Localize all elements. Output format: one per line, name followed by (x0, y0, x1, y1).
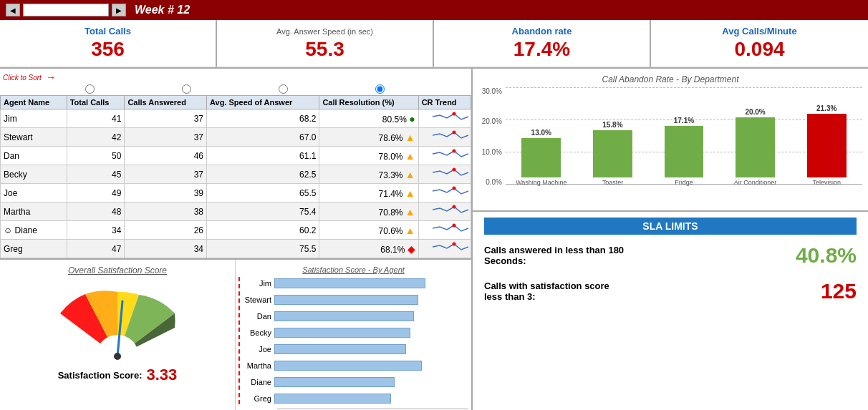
bar-agent-label: Joe (238, 345, 274, 353)
sla-title: SLA LIMITS (484, 218, 857, 235)
abandon-val-label: 20.0% (745, 108, 765, 116)
kpi-answer-speed-value: 55.3 (220, 38, 430, 61)
abandon-bar (736, 117, 775, 177)
radio-row (0, 83, 471, 95)
cell-avg-speed: 62.5 (207, 165, 319, 184)
abandon-bar (807, 114, 847, 177)
abandon-col: 13.0%Washing Machine (506, 87, 577, 186)
svg-point-3 (453, 168, 456, 172)
kpi-abandon-rate-label: Abandon rate (437, 26, 647, 36)
abandon-chart-title: Call Abandon Rate - By Department (478, 74, 862, 84)
sort-radio-2[interactable] (182, 84, 191, 94)
cell-calls-answered: 37 (125, 128, 207, 147)
trend-sparkline (431, 147, 471, 162)
cell-trend (418, 109, 471, 128)
right-panel: Call Abandon Rate - By Department 30.0% … (473, 69, 868, 410)
abandon-x-label: Washing Machine (516, 179, 566, 186)
bar-fill (274, 295, 418, 305)
bar-agent-label: Becky (238, 328, 274, 337)
kpi-total-calls-value: 356 (3, 38, 213, 61)
bar-fill (274, 311, 414, 321)
gauge-title: Overall Satisfaction Score (68, 265, 167, 275)
sort-radio-4[interactable] (375, 84, 385, 94)
gauge-container (46, 281, 189, 360)
abandon-bar (665, 126, 704, 177)
kpi-row: Total Calls 356 Avg. Answer Speed (in se… (0, 20, 868, 69)
abandon-col: 15.8%Toaster (577, 87, 649, 186)
nav-next-button[interactable]: ▶ (112, 4, 126, 16)
bar-fill (274, 361, 422, 371)
trend-sparkline (431, 128, 471, 144)
status-icon: ● (409, 113, 415, 125)
cell-cr: 73.3% ▲ (319, 165, 418, 184)
cell-avg-speed: 61.1 (207, 147, 319, 165)
bar-fill (274, 278, 425, 288)
abandon-bar (521, 138, 561, 177)
cell-cr: 71.4% ▲ (319, 184, 418, 202)
gauge-section: Overall Satisfaction Score (0, 260, 236, 410)
y-label-10: 10.0% (482, 148, 502, 156)
trend-sparkline (431, 184, 471, 200)
bar-fill (274, 344, 406, 354)
app-container: ◀ ▶ Week # 12 Total Calls 356 Avg. Answe… (0, 0, 868, 410)
sort-radio-3[interactable] (279, 84, 288, 94)
bar-track (274, 328, 468, 338)
abandon-val-label: 13.0% (531, 129, 551, 137)
cell-avg-speed: 68.2 (207, 109, 319, 128)
gauge-score-row: Satisfaction Score: 3.33 (58, 366, 178, 384)
cell-agent-name: ☺ Diane (1, 221, 67, 240)
col-agent-name: Agent Name (1, 96, 67, 109)
cell-calls-answered: 26 (125, 221, 207, 240)
bar-track (274, 361, 468, 371)
cell-cr: 70.8% ▲ (319, 202, 418, 221)
satisfaction-bar-chart: Satisfaction Score - By Agent Jim Stewar… (236, 260, 471, 410)
cell-calls-answered: 37 (125, 109, 207, 128)
cell-agent-name: Jim (1, 109, 67, 128)
bar-fill (274, 377, 395, 387)
abandon-x-label: Television (812, 179, 841, 186)
kpi-avg-calls: Avg Calls/Minute 0.094 (651, 20, 868, 67)
cell-calls-answered: 34 (125, 240, 207, 258)
cell-agent-name: Dan (1, 147, 67, 165)
bar-track (274, 295, 468, 305)
sort-radio-1[interactable] (85, 84, 95, 94)
bar-row: Becky (238, 326, 468, 339)
cell-avg-speed: 65.5 (207, 184, 319, 202)
svg-point-2 (453, 150, 456, 153)
trend-sparkline (431, 109, 471, 125)
sla-desc: Calls answered in less than 180 Seconds: (484, 245, 627, 266)
cell-trend (418, 202, 471, 221)
cell-calls-answered: 39 (125, 184, 207, 202)
status-icon: ▲ (405, 187, 415, 199)
col-calls-answered: Calls Answered (125, 96, 207, 109)
bar-chart-rows: Jim Stewart Dan Becky Joe Martha Diane (238, 277, 468, 410)
agent-table: Agent Name Total Calls Calls Answered Av… (0, 95, 471, 258)
main-area: Click to Sort → Agent Name Total Calls (0, 69, 868, 410)
kpi-abandon-rate: Abandon rate 17.4% (434, 20, 651, 67)
bar-row: Greg (238, 392, 468, 405)
cell-trend (418, 147, 471, 165)
cell-total-calls: 47 (67, 240, 125, 258)
status-icon: ▲ (405, 169, 415, 180)
bar-fill (274, 394, 391, 404)
bar-track (274, 344, 468, 354)
cell-trend (418, 184, 471, 202)
week-input[interactable] (23, 4, 109, 16)
nav-prev-button[interactable]: ◀ (6, 4, 20, 16)
col-avg-speed: Avg. Speed of Answer (207, 96, 319, 109)
satisfaction-bar-title: Satisfaction Score - By Agent (238, 265, 468, 274)
cell-avg-speed: 67.0 (207, 128, 319, 147)
bar-row: Stewart (238, 293, 468, 306)
sla-section: SLA LIMITS Calls answered in less than 1… (473, 212, 868, 410)
y-axis: 30.0% 20.0% 10.0% 0.0% (478, 87, 504, 186)
abandon-col: 17.1%Fridge (648, 87, 720, 186)
abandon-bars: 13.0%Washing Machine15.8%Toaster17.1%Fri… (506, 87, 862, 186)
bar-row: Diane (238, 376, 468, 389)
cell-calls-answered: 38 (125, 202, 207, 221)
kpi-avg-calls-value: 0.094 (654, 38, 865, 61)
abandon-x-label: Air Conditioner (734, 179, 777, 186)
status-icon: ▲ (405, 132, 415, 143)
cell-agent-name: Joe (1, 184, 67, 202)
sla-rows: Calls answered in less than 180 Seconds:… (484, 243, 857, 303)
status-icon: ▲ (405, 150, 415, 162)
